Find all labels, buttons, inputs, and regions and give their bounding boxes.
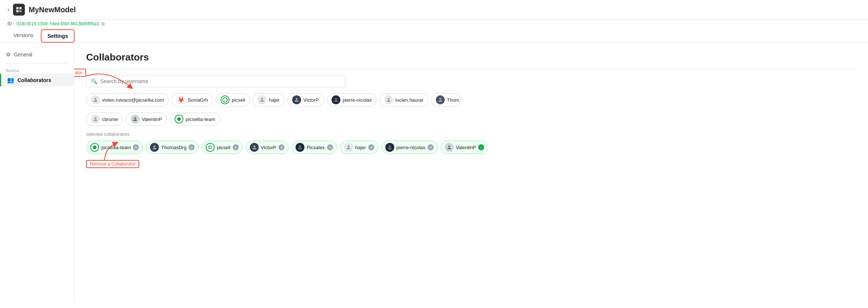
selected-avatar-hajer2 (344, 143, 353, 152)
chip-pierre[interactable]: pierre-nicolas (327, 93, 376, 107)
selected-chip-thomasdrg[interactable]: ThomasDrg ✕ (146, 141, 199, 154)
remove-victorp2[interactable]: ✕ (278, 144, 284, 150)
svg-rect-1 (19, 7, 22, 9)
remove-thomasdrg[interactable]: ✕ (189, 144, 195, 150)
svg-point-5 (261, 98, 263, 100)
selected-name-picsell2: picsell (217, 145, 230, 150)
avatar-sonia: 🦊 (176, 95, 185, 104)
remove-valentinp2[interactable]: ✓ (478, 144, 484, 150)
chip-label-vivien: vivien.ruivaco@picsellia.com (102, 97, 164, 103)
collaborator-chips-row-2: cbrunie ValentinP picsellia-team (86, 112, 856, 126)
selected-chip-picsalex[interactable]: Picsalex ✕ (291, 141, 337, 154)
chip-cbrunie[interactable]: cbrunie (86, 112, 123, 126)
page-title: Collaborators (86, 52, 856, 63)
add-collaborator-annotation: Add a Collaborator (74, 69, 86, 77)
model-id-row: ID : 018c3515-15b8-7ded-b5bf-8813b85f85a… (0, 20, 868, 29)
model-id-value: 018c3515-15b8-7ded-b5bf-8813b85f85a3 (17, 21, 99, 26)
remove-annotation-wrapper: Remove a Collaborator (86, 160, 139, 168)
svg-point-17 (448, 145, 450, 147)
copy-button[interactable]: ⧉ (101, 21, 105, 26)
selected-name-picsalex: Picsalex (307, 145, 324, 150)
remove-pierre2[interactable]: ✕ (428, 144, 434, 150)
remove-hajer2[interactable]: ✕ (368, 144, 374, 150)
add-collaborator-label: Add a Collaborator (74, 69, 86, 77)
content-area: Collaborators 🔍 vivien.ruivaco@picsellia… (74, 43, 868, 302)
svg-point-14 (299, 145, 301, 147)
collaborator-chips-row: vivien.ruivaco@picsellia.com 🦊 SoniaGrh … (86, 93, 856, 107)
svg-rect-0 (16, 7, 19, 9)
avatar-hajer (258, 95, 267, 104)
model-icon (13, 4, 25, 16)
chip-hajer[interactable]: hajer (253, 93, 284, 107)
avatar-valentin (131, 115, 140, 124)
avatar-cbrunie (91, 115, 100, 124)
sidebar-access-label: Access (0, 67, 74, 73)
chip-valentin[interactable]: ValentinP (126, 112, 167, 126)
remove-annotation-area: Remove a Collaborator (86, 160, 856, 168)
svg-rect-2 (16, 10, 19, 12)
svg-point-9 (439, 98, 441, 100)
selected-name-thomasdrg: ThomasDrg (161, 145, 186, 150)
avatar-victorp (292, 95, 301, 104)
chip-victorp[interactable]: VictorP (287, 93, 324, 107)
chip-label-pierre: pierre-nicolas (343, 97, 372, 103)
chip-label-picsell: picsell (232, 97, 245, 103)
svg-point-6 (296, 98, 298, 100)
chip-thom[interactable]: Thom (431, 93, 461, 107)
chip-label-picsellia-team: picsellia-team (186, 117, 215, 122)
chip-label-thom: Thom (447, 97, 459, 103)
svg-rect-3 (19, 10, 22, 12)
tab-versions[interactable]: Versions (7, 29, 39, 42)
add-arrow (86, 65, 138, 95)
selected-chip-victorp2[interactable]: VictorP ✕ (246, 141, 289, 154)
chip-label-lucien: lucien.haurat (395, 97, 423, 103)
selected-chip-picsell2[interactable]: picsell ✕ (202, 141, 242, 154)
svg-point-13 (253, 145, 255, 147)
selected-name-victorp2: VictorP (261, 145, 277, 150)
selected-avatar-thomasdrg (150, 143, 159, 152)
sidebar-item-collaborators[interactable]: 👥 Collaborators (0, 73, 74, 86)
avatar-lucien (384, 95, 393, 104)
chip-sonia[interactable]: 🦊 SoniaGrh (172, 93, 213, 107)
back-button[interactable]: ‹ (7, 6, 9, 13)
selected-avatar-victorp2 (250, 143, 259, 152)
selected-chip-hajer2[interactable]: hajer ✕ (340, 141, 378, 154)
model-name: MyNewModel (29, 6, 76, 14)
chip-label-valentin: ValentinP (142, 117, 162, 122)
avatar-picsell (221, 95, 229, 104)
selected-avatar-pierre2 (385, 143, 394, 152)
sidebar-general-label: General (14, 52, 32, 58)
selected-avatar-picsell2 (206, 143, 215, 152)
avatar-thom (436, 95, 445, 104)
selected-name-hajer2: hajer (355, 145, 366, 150)
sidebar: ⚙ General Access 👥 Collaborators (0, 43, 74, 302)
selected-chips-row: picsellia-team ✕ ThomasDrg ✕ picsell (86, 141, 856, 154)
sidebar-item-general[interactable]: ⚙ General (0, 49, 74, 60)
selected-chip-pierre2[interactable]: pierre-nicolas ✕ (381, 141, 438, 154)
selected-section: selected collaborators picsellia-team ✕ … (86, 132, 856, 168)
sidebar-collaborators-label: Collaborators (17, 77, 51, 83)
chip-picsellia-team[interactable]: picsellia-team (170, 112, 220, 126)
avatar-picsellia-team (174, 115, 183, 124)
chip-lucien[interactable]: lucien.haurat (379, 93, 428, 107)
chip-vivien[interactable]: vivien.ruivaco@picsellia.com (86, 93, 169, 107)
gear-icon: ⚙ (6, 52, 11, 58)
selected-avatar-picsalex (296, 143, 304, 152)
avatar-pierre (332, 95, 340, 104)
selected-name-valentinp2: ValentinP (456, 145, 476, 150)
chip-label-hajer: hajer (269, 97, 280, 103)
svg-point-15 (347, 145, 349, 147)
tab-settings[interactable]: Settings (41, 29, 75, 43)
selected-name-pierre2: pierre-nicolas (397, 145, 425, 150)
id-label: ID : (7, 21, 14, 26)
chip-label-cbrunie: cbrunie (102, 117, 118, 122)
svg-point-7 (335, 98, 337, 100)
svg-point-10 (94, 117, 96, 119)
chip-picsell[interactable]: picsell (216, 93, 250, 107)
selected-chip-valentinp2[interactable]: ValentinP ✓ (441, 141, 489, 154)
remove-picsell2[interactable]: ✕ (233, 144, 239, 150)
remove-picsalex[interactable]: ✕ (327, 144, 333, 150)
avatar-vivien (91, 95, 100, 104)
svg-point-12 (154, 145, 156, 147)
svg-point-8 (388, 98, 389, 100)
